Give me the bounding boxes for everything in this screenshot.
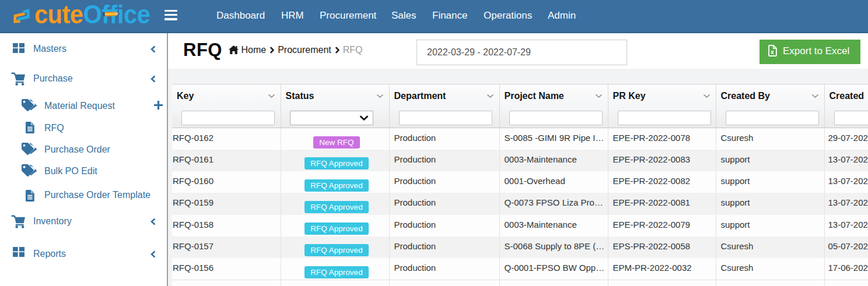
- svg-text:x: x: [771, 48, 774, 55]
